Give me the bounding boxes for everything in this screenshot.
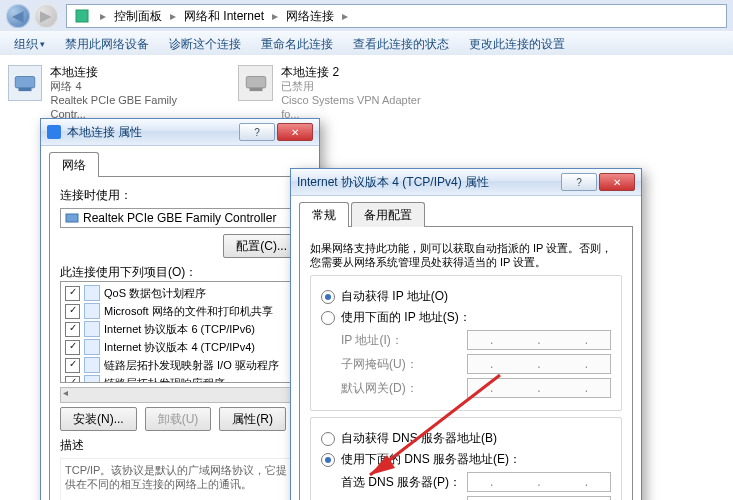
install-button[interactable]: 安装(N)... xyxy=(60,407,137,431)
svg-rect-2 xyxy=(19,88,32,91)
checkbox[interactable] xyxy=(65,358,80,373)
breadcrumb-item[interactable]: 控制面板 xyxy=(110,5,166,27)
label-gw: 默认网关(D)： xyxy=(341,380,461,397)
svg-rect-0 xyxy=(76,10,88,22)
breadcrumb-item[interactable]: 网络连接 xyxy=(282,5,338,27)
svg-rect-4 xyxy=(249,88,262,91)
dialog-title: 本地连接 属性 xyxy=(67,124,237,141)
ip-field: ... xyxy=(467,330,611,350)
mask-field: ... xyxy=(467,354,611,374)
label-items: 此连接使用下列项目(O)： xyxy=(60,264,300,281)
chevron-down-icon: ▾ xyxy=(40,39,45,49)
component-icon xyxy=(84,375,100,383)
connection-driver: Cisco Systems VPN Adapter fo... xyxy=(281,93,438,121)
list-item[interactable]: 链路层拓扑发现响应程序 xyxy=(63,374,297,383)
list-item[interactable]: Microsoft 网络的文件和打印机共享 xyxy=(63,302,297,320)
label-dns1: 首选 DNS 服务器(P)： xyxy=(341,474,461,491)
connection-driver: Realtek PCIe GBE Family Contr... xyxy=(50,93,208,121)
tabstrip: 网络 xyxy=(49,152,311,177)
ipv4-properties-dialog: Internet 协议版本 4 (TCP/IPv4) 属性 ? ✕ 常规 备用配… xyxy=(290,168,642,500)
label-connect-using: 连接时使用： xyxy=(60,187,300,204)
help-button[interactable]: ? xyxy=(239,123,275,141)
svg-rect-1 xyxy=(15,77,35,88)
label-auto-ip: 自动获得 IP 地址(O) xyxy=(341,288,448,305)
breadcrumb-item[interactable]: 网络和 Internet xyxy=(180,5,268,27)
breadcrumb-root[interactable] xyxy=(71,5,96,27)
label-auto-dns: 自动获得 DNS 服务器地址(B) xyxy=(341,430,497,447)
list-item[interactable]: Internet 协议版本 4 (TCP/IPv4) xyxy=(63,338,297,356)
component-icon xyxy=(84,321,100,337)
close-button[interactable]: ✕ xyxy=(599,173,635,191)
close-button[interactable]: ✕ xyxy=(277,123,313,141)
connection-title: 本地连接 xyxy=(50,65,208,79)
radio-use-ip[interactable] xyxy=(321,311,335,325)
configure-button[interactable]: 配置(C)... xyxy=(223,234,300,258)
tab-network[interactable]: 网络 xyxy=(49,152,99,177)
svg-rect-5 xyxy=(66,214,78,222)
control-panel-icon xyxy=(75,9,89,23)
cmd-rename[interactable]: 重命名此连接 xyxy=(255,33,339,56)
list-item[interactable]: QoS 数据包计划程序 xyxy=(63,284,297,302)
checkbox[interactable] xyxy=(65,304,80,319)
connection-properties-dialog: 本地连接 属性 ? ✕ 网络 连接时使用： Realtek PCIe GBE F… xyxy=(40,118,320,500)
radio-auto-dns[interactable] xyxy=(321,432,335,446)
label-mask: 子网掩码(U)： xyxy=(341,356,461,373)
component-icon xyxy=(84,339,100,355)
ip-group: 自动获得 IP 地址(O) 使用下面的 IP 地址(S)： IP 地址(I)：.… xyxy=(310,275,622,411)
connection-subtitle: 已禁用 xyxy=(281,79,438,93)
cmd-organize[interactable]: 组织▾ xyxy=(8,33,51,56)
tabstrip: 常规 备用配置 xyxy=(299,202,633,227)
network-adapter-icon xyxy=(238,65,273,101)
label-use-ip: 使用下面的 IP 地址(S)： xyxy=(341,309,471,326)
uninstall-button: 卸载(U) xyxy=(145,407,212,431)
radio-use-dns[interactable] xyxy=(321,453,335,467)
tab-general[interactable]: 常规 xyxy=(299,202,349,227)
svg-rect-3 xyxy=(246,77,266,88)
gateway-field: ... xyxy=(467,378,611,398)
components-listbox[interactable]: QoS 数据包计划程序 Microsoft 网络的文件和打印机共享 Intern… xyxy=(60,281,300,383)
tab-alt[interactable]: 备用配置 xyxy=(351,202,425,227)
component-icon xyxy=(84,285,100,301)
checkbox[interactable] xyxy=(65,286,80,301)
label-use-dns: 使用下面的 DNS 服务器地址(E)： xyxy=(341,451,521,468)
breadcrumb-bar[interactable]: ▸ 控制面板 ▸ 网络和 Internet ▸ 网络连接 ▸ xyxy=(66,4,727,28)
adapter-icon xyxy=(65,211,79,225)
list-item[interactable]: 链路层拓扑发现映射器 I/O 驱动程序 xyxy=(63,356,297,374)
component-icon xyxy=(84,303,100,319)
description-label: 描述 xyxy=(60,437,300,454)
checkbox[interactable] xyxy=(65,322,80,337)
breadcrumb-sep: ▸ xyxy=(98,9,108,23)
cmd-change[interactable]: 更改此连接的设置 xyxy=(463,33,571,56)
network-icon xyxy=(47,125,61,139)
checkbox[interactable] xyxy=(65,376,80,384)
explorer-chrome: ◀ ▶ ▸ 控制面板 ▸ 网络和 Internet ▸ 网络连接 ▸ 组织▾ 禁… xyxy=(0,0,733,55)
connection-title: 本地连接 2 xyxy=(281,65,438,79)
help-button[interactable]: ? xyxy=(561,173,597,191)
dialog-title: Internet 协议版本 4 (TCP/IPv4) 属性 xyxy=(297,174,559,191)
properties-button[interactable]: 属性(R) xyxy=(219,407,286,431)
command-bar: 组织▾ 禁用此网络设备 诊断这个连接 重命名此连接 查看此连接的状态 更改此连接… xyxy=(0,31,733,58)
horizontal-scrollbar[interactable] xyxy=(60,387,300,403)
dns-group: 自动获得 DNS 服务器地址(B) 使用下面的 DNS 服务器地址(E)： 首选… xyxy=(310,417,622,500)
nic-name: Realtek PCIe GBE Family Controller xyxy=(60,208,300,228)
connection-item[interactable]: 本地连接 网络 4 Realtek PCIe GBE Family Contr.… xyxy=(8,65,208,121)
cmd-diagnose[interactable]: 诊断这个连接 xyxy=(163,33,247,56)
dns1-field[interactable]: ... xyxy=(467,472,611,492)
label-ip: IP 地址(I)： xyxy=(341,332,461,349)
description-text: TCP/IP。该协议是默认的广域网络协议，它提供在不同的相互连接的网络上的通讯。 xyxy=(60,458,300,500)
intro-text: 如果网络支持此功能，则可以获取自动指派的 IP 设置。否则，您需要从网络系统管理… xyxy=(310,241,622,269)
nav-back-button[interactable]: ◀ xyxy=(6,4,30,28)
checkbox[interactable] xyxy=(65,340,80,355)
radio-auto-ip[interactable] xyxy=(321,290,335,304)
network-adapter-icon xyxy=(8,65,42,101)
list-item[interactable]: Internet 协议版本 6 (TCP/IPv6) xyxy=(63,320,297,338)
cmd-status[interactable]: 查看此连接的状态 xyxy=(347,33,455,56)
component-icon xyxy=(84,357,100,373)
cmd-disable[interactable]: 禁用此网络设备 xyxy=(59,33,155,56)
connection-subtitle: 网络 4 xyxy=(50,79,208,93)
nav-forward-button[interactable]: ▶ xyxy=(34,4,58,28)
dns2-field[interactable]: ... xyxy=(467,496,611,500)
connection-item[interactable]: 本地连接 2 已禁用 Cisco Systems VPN Adapter fo.… xyxy=(238,65,438,121)
